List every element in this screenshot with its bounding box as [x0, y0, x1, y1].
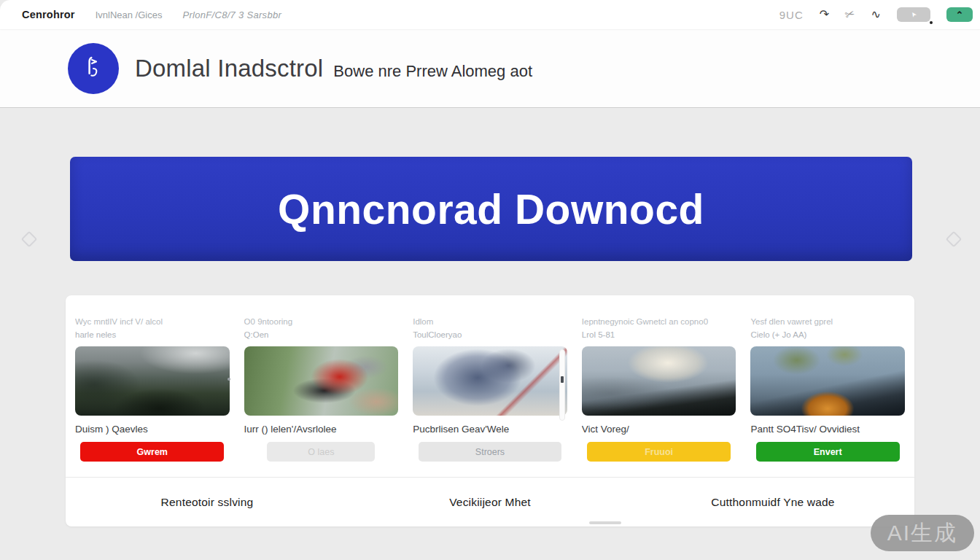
- card-meta-line1: Idlom: [413, 317, 567, 328]
- card-action-button[interactable]: O laes: [267, 442, 375, 462]
- card-scrollbar[interactable]: [559, 349, 565, 421]
- download-banner[interactable]: Qnncnorad Downocd: [70, 157, 912, 261]
- nav-item-1[interactable]: IvnlNean /Gices: [96, 9, 163, 20]
- nav-item-2[interactable]: PrlonF/C8/7 3 Sarsbbr: [182, 9, 281, 20]
- scissors-icon[interactable]: ✂: [844, 7, 857, 21]
- logo-glyph-icon: [81, 55, 106, 82]
- site-logo[interactable]: [68, 43, 119, 94]
- card-title: Pantt SO4Tisv/ Ovvidiest: [750, 424, 905, 435]
- card-meta-line2: Cielo (+ Jo AA): [750, 330, 905, 341]
- nav-right-cluster: 9UC ↷ ✂ ∿ ➤ ⌃: [779, 7, 980, 22]
- card-meta-line2: Lrol 5-81: [582, 330, 736, 341]
- card-title: Vict Voreg/: [582, 424, 736, 435]
- card-gap-dot: [228, 378, 230, 381]
- footer-link-3[interactable]: Cutthonmuidf Yne wade: [631, 496, 914, 509]
- ai-watermark-badge: AI生成: [871, 515, 974, 551]
- card-title: Iurr () lelen'/Avsrlolee: [244, 424, 399, 435]
- extension-pill-button[interactable]: ⌃: [946, 7, 973, 22]
- page-header: Domlal Inadsctrol Bowe nre Prrew Alomeg …: [0, 29, 980, 108]
- nav-brand[interactable]: Cenrohror: [22, 9, 75, 20]
- carousel-next-icon[interactable]: [946, 231, 962, 248]
- nav-counter-badge: 9UC: [779, 9, 804, 21]
- header-title-group: Domlal Inadsctrol Bowe nre Prrew Alomeg …: [135, 55, 532, 82]
- card-thumbnail-forest[interactable]: [75, 346, 230, 416]
- wave-icon[interactable]: ∿: [871, 9, 881, 20]
- card-meta-line1: Yesf dlen vawret gprel: [750, 317, 905, 328]
- extension-icon: ⌃: [956, 9, 964, 20]
- card-action-button[interactable]: Fruuoi: [587, 442, 731, 462]
- card-meta-line1: O0 9ntooring: [244, 317, 399, 328]
- cursor-pill-button[interactable]: ➤: [897, 7, 930, 22]
- card-meta-line1: Iepntnegynoic Gwnetcl an copno0: [582, 317, 736, 328]
- redo-arrow-icon[interactable]: ↷: [820, 9, 829, 20]
- card-meta-line1: Wyc mntlIV incf V/ alcol: [75, 317, 230, 328]
- card-action-button[interactable]: Gwrem: [80, 442, 224, 462]
- cursor-icon: ➤: [909, 10, 919, 19]
- page-subtitle: Bowe nre Prrew Alomeg aot: [333, 62, 532, 81]
- footer-links-row: Renteotoir sslving Vecikiijeor Mhet Cutt…: [66, 478, 914, 526]
- download-card-4[interactable]: Iepntnegynoic Gwnetcl an copno0 Lrol 5-8…: [582, 317, 736, 462]
- card-action-button[interactable]: Stroers: [419, 442, 562, 462]
- card-title: Pucbrlisen Geav'Wele: [413, 424, 567, 435]
- download-card-5[interactable]: Yesf dlen vawret gprel Cielo (+ Jo AA) P…: [750, 317, 905, 462]
- card-title: Duism ) Qaevles: [75, 424, 230, 435]
- page-title: Domlal Inadsctrol: [135, 55, 323, 82]
- card-thumbnail-mountain[interactable]: [582, 346, 736, 416]
- footer-link-2[interactable]: Vecikiijeor Mhet: [349, 496, 631, 509]
- carousel-prev-icon[interactable]: [21, 231, 38, 248]
- card-thumbnail-device[interactable]: [244, 346, 399, 416]
- card-row: Wyc mntlIV incf V/ alcol harle neles Dui…: [66, 295, 914, 462]
- panel-drag-handle[interactable]: [589, 521, 621, 524]
- download-card-2[interactable]: O0 9ntooring Q:Oen Iurr () lelen'/Avsrlo…: [244, 317, 399, 462]
- card-thumbnail-abstract[interactable]: [413, 346, 567, 416]
- downloads-panel: Wyc mntlIV incf V/ alcol harle neles Dui…: [66, 295, 914, 526]
- top-navigation-bar: Cenrohror IvnlNean /Gices PrlonF/C8/7 3 …: [0, 0, 980, 29]
- card-meta-line2: ToulCloeryao: [413, 330, 567, 341]
- card-meta-line2: Q:Oen: [244, 330, 399, 341]
- download-card-1[interactable]: Wyc mntlIV incf V/ alcol harle neles Dui…: [75, 317, 230, 462]
- card-thumbnail-plant[interactable]: [750, 346, 905, 416]
- card-meta-line2: harle neles: [75, 330, 230, 341]
- footer-link-1[interactable]: Renteotoir sslving: [66, 496, 349, 509]
- banner-title: Qnncnorad Downocd: [278, 185, 704, 233]
- card-action-button[interactable]: Envert: [756, 442, 900, 462]
- download-card-3[interactable]: Idlom ToulCloeryao Pucbrlisen Geav'Wele …: [413, 317, 567, 462]
